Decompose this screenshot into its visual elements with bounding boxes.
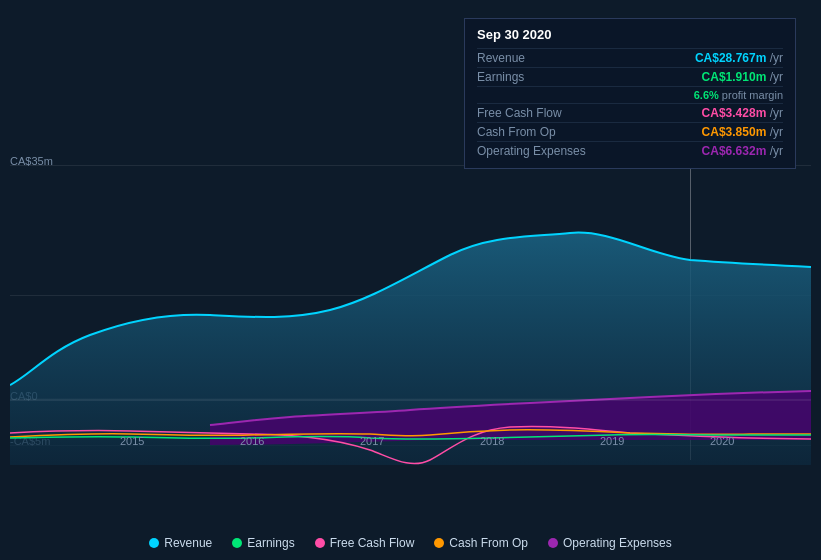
tooltip-label-fcf: Free Cash Flow: [477, 106, 694, 120]
legend-item-fcf[interactable]: Free Cash Flow: [315, 536, 415, 550]
tooltip-date: Sep 30 2020: [477, 27, 783, 42]
tooltip-value-fcf: CA$3.428m /yr: [702, 106, 783, 120]
legend-item-earnings[interactable]: Earnings: [232, 536, 294, 550]
legend-dot-fcf: [315, 538, 325, 548]
legend-dot-cashfromop: [434, 538, 444, 548]
tooltip-label-earnings: Earnings: [477, 70, 694, 84]
tooltip-value-cashfromop: CA$3.850m /yr: [702, 125, 783, 139]
tooltip-value-opex: CA$6.632m /yr: [702, 144, 783, 158]
tooltip-row-opex: Operating Expenses CA$6.632m /yr: [477, 141, 783, 160]
legend-dot-opex: [548, 538, 558, 548]
tooltip-row-earnings: Earnings CA$1.910m /yr: [477, 67, 783, 86]
legend-dot-earnings: [232, 538, 242, 548]
legend-label-earnings: Earnings: [247, 536, 294, 550]
tooltip-row-cashfromop: Cash From Op CA$3.850m /yr: [477, 122, 783, 141]
tooltip-value-earnings: CA$1.910m /yr: [702, 70, 783, 84]
legend-item-cashfromop[interactable]: Cash From Op: [434, 536, 528, 550]
tooltip-value-revenue: CA$28.767m /yr: [695, 51, 783, 65]
tooltip-label-revenue: Revenue: [477, 51, 687, 65]
tooltip-row-fcf: Free Cash Flow CA$3.428m /yr: [477, 103, 783, 122]
tooltip-label-opex: Operating Expenses: [477, 144, 694, 158]
x-label-2017: 2017: [360, 435, 384, 447]
legend-dot-revenue: [149, 538, 159, 548]
x-label-2018: 2018: [480, 435, 504, 447]
chart-container: Sep 30 2020 Revenue CA$28.767m /yr Earni…: [0, 0, 821, 560]
chart-legend: Revenue Earnings Free Cash Flow Cash Fro…: [0, 536, 821, 550]
x-label-2020: 2020: [710, 435, 734, 447]
legend-label-opex: Operating Expenses: [563, 536, 672, 550]
chart-svg: [10, 155, 811, 465]
tooltip-row-revenue: Revenue CA$28.767m /yr: [477, 48, 783, 67]
legend-label-fcf: Free Cash Flow: [330, 536, 415, 550]
legend-item-opex[interactable]: Operating Expenses: [548, 536, 672, 550]
x-label-2016: 2016: [240, 435, 264, 447]
tooltip-box: Sep 30 2020 Revenue CA$28.767m /yr Earni…: [464, 18, 796, 169]
x-label-2019: 2019: [600, 435, 624, 447]
x-label-2015: 2015: [120, 435, 144, 447]
tooltip-profit-margin: 6.6% profit margin: [477, 86, 783, 103]
tooltip-label-cashfromop: Cash From Op: [477, 125, 694, 139]
legend-label-revenue: Revenue: [164, 536, 212, 550]
legend-label-cashfromop: Cash From Op: [449, 536, 528, 550]
legend-item-revenue[interactable]: Revenue: [149, 536, 212, 550]
